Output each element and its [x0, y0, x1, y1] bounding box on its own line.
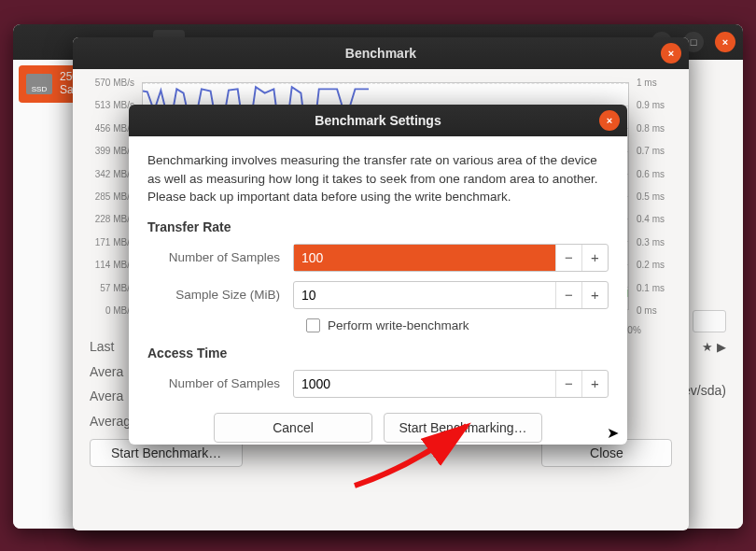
- decrement-button[interactable]: −: [555, 282, 581, 308]
- maximize-icon: □: [691, 36, 697, 48]
- transfer-num-samples-label: Number of Samples: [147, 250, 293, 264]
- settings-title: Benchmark Settings: [315, 113, 441, 128]
- device-path: ev/sda): [683, 383, 726, 398]
- access-num-samples-input[interactable]: [294, 371, 555, 397]
- sample-size-spin: − +: [293, 281, 609, 309]
- volume-box[interactable]: [693, 310, 726, 332]
- benchmark-settings-dialog: Benchmark Settings × Benchmarking involv…: [129, 105, 627, 445]
- sample-size-row: Sample Size (MiB) − +: [147, 281, 609, 309]
- transfer-num-samples-spin: − +: [293, 244, 609, 272]
- decrement-button[interactable]: −: [555, 245, 581, 271]
- sample-size-label: Sample Size (MiB): [147, 288, 293, 302]
- ssd-icon: SSD: [26, 74, 52, 94]
- start-benchmarking-button[interactable]: Start Benchmarking…: [384, 413, 542, 443]
- close-icon: ×: [607, 105, 612, 136]
- access-num-samples-spin: − +: [293, 370, 609, 398]
- benchmark-window-title: Benchmark: [345, 46, 416, 61]
- settings-titlebar: Benchmark Settings ×: [129, 105, 627, 136]
- write-benchmark-label: Perform write-benchmark: [328, 318, 469, 332]
- write-benchmark-checkbox[interactable]: [306, 318, 320, 332]
- close-icon: ×: [722, 36, 728, 48]
- sample-size-input[interactable]: [294, 282, 555, 308]
- settings-close-button[interactable]: ×: [599, 110, 620, 131]
- decrement-button[interactable]: −: [555, 371, 581, 397]
- access-num-samples-label: Number of Samples: [147, 376, 293, 390]
- access-num-samples-row: Number of Samples − +: [147, 370, 609, 398]
- transfer-num-samples-input[interactable]: [294, 245, 555, 271]
- close-icon: ×: [668, 37, 674, 69]
- cancel-button[interactable]: Cancel: [214, 413, 372, 443]
- transfer-num-samples-row: Number of Samples − +: [147, 244, 609, 272]
- benchmark-titlebar: Benchmark ×: [73, 37, 689, 69]
- cursor-icon: ➤: [607, 424, 619, 442]
- write-benchmark-row[interactable]: Perform write-benchmark: [306, 318, 609, 332]
- increment-button[interactable]: +: [581, 371, 608, 397]
- access-time-heading: Access Time: [147, 346, 609, 360]
- benchmark-close-button[interactable]: ×: [661, 43, 681, 64]
- increment-button[interactable]: +: [581, 245, 608, 271]
- increment-button[interactable]: +: [581, 282, 608, 308]
- settings-description: Benchmarking involves measuring the tran…: [147, 151, 609, 206]
- close-button[interactable]: ×: [715, 32, 735, 52]
- transfer-rate-heading: Transfer Rate: [147, 219, 609, 234]
- volume-action-icons[interactable]: ★ ▶: [702, 340, 726, 354]
